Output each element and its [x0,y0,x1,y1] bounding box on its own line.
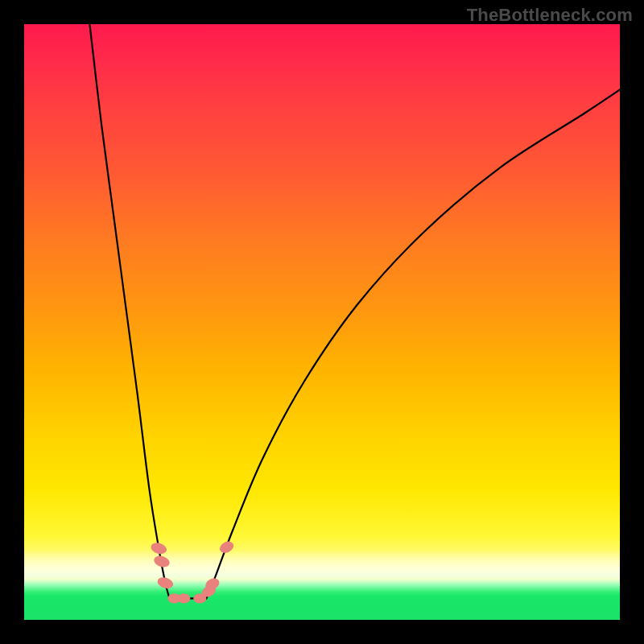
watermark-text: TheBottleneck.com [467,5,633,26]
marker-dot [152,554,171,569]
curves-layer [24,24,620,620]
marker-dot [177,593,190,603]
plot-area [24,24,620,620]
chart-frame: TheBottleneck.com [0,0,644,644]
left-branch-line [89,24,169,598]
marker-dot [150,541,168,556]
marker-dot [218,539,236,555]
marker-dot [156,576,175,591]
right-branch-line [206,89,620,598]
